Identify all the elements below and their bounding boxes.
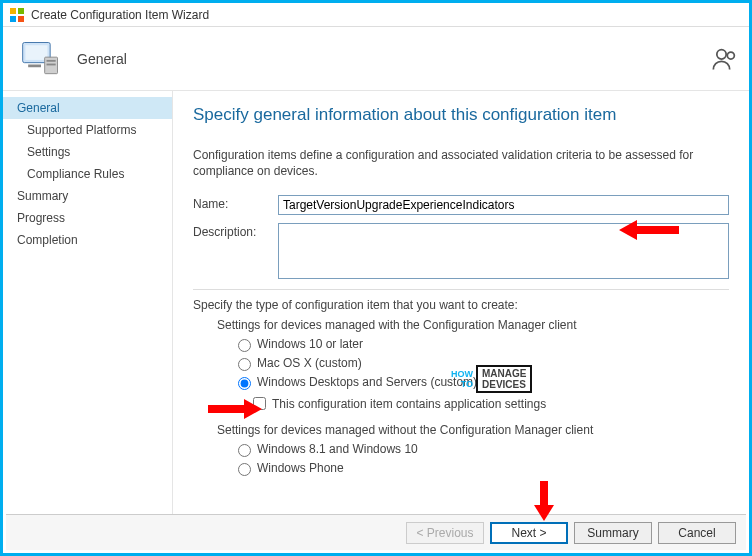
svg-rect-6 — [45, 57, 58, 74]
type-heading: Specify the type of configuration item t… — [193, 298, 729, 312]
wizard-footer: < Previous Next > Summary Cancel — [6, 514, 746, 550]
window-title: Create Configuration Item Wizard — [31, 8, 209, 22]
sidebar-item-compliance-rules[interactable]: Compliance Rules — [3, 163, 172, 185]
svg-rect-8 — [47, 63, 56, 65]
radio-windows-desktops-servers[interactable]: Windows Desktops and Servers (custom) — [193, 374, 729, 390]
radio-windows-10-input[interactable] — [238, 339, 251, 352]
sidebar-item-label: Completion — [17, 233, 78, 247]
sidebar-item-general[interactable]: General — [3, 97, 172, 119]
name-label: Name: — [193, 195, 278, 211]
type-section: Specify the type of configuration item t… — [193, 298, 729, 476]
svg-rect-0 — [10, 8, 16, 14]
sidebar-item-label: Settings — [27, 145, 70, 159]
previous-button: < Previous — [406, 522, 484, 544]
radio-windows-phone[interactable]: Windows Phone — [193, 460, 729, 476]
group-without-client-label: Settings for devices managed without the… — [193, 423, 729, 437]
sidebar-item-completion[interactable]: Completion — [3, 229, 172, 251]
sidebar-item-label: Summary — [17, 189, 68, 203]
svg-rect-5 — [25, 45, 47, 60]
radio-windows-phone-input[interactable] — [238, 463, 251, 476]
sidebar-item-settings[interactable]: Settings — [3, 141, 172, 163]
checkbox-label: This configuration item contains applica… — [272, 397, 546, 411]
users-icon — [711, 45, 739, 73]
checkbox-application-settings-input[interactable] — [253, 397, 266, 410]
svg-point-11 — [727, 52, 734, 59]
svg-rect-3 — [18, 16, 24, 22]
title-bar: Create Configuration Item Wizard — [3, 3, 749, 27]
separator — [193, 289, 729, 290]
radio-macos[interactable]: Mac OS X (custom) — [193, 355, 729, 371]
radio-windows-81-10[interactable]: Windows 8.1 and Windows 10 — [193, 441, 729, 457]
wizard-header: General — [3, 27, 749, 91]
sidebar-item-summary[interactable]: Summary — [3, 185, 172, 207]
radio-label: Windows Phone — [257, 461, 344, 475]
description-input[interactable] — [278, 223, 729, 279]
main-panel: Specify general information about this c… — [173, 91, 749, 517]
description-label: Description: — [193, 223, 278, 239]
group-with-client-label: Settings for devices managed with the Co… — [193, 318, 729, 332]
sidebar-item-label: Compliance Rules — [27, 167, 124, 181]
svg-rect-2 — [10, 16, 16, 22]
computer-icon — [19, 37, 63, 81]
radio-windows-desktops-servers-input[interactable] — [238, 377, 251, 390]
next-button[interactable]: Next > — [490, 522, 568, 544]
name-input[interactable] — [278, 195, 729, 215]
checkbox-application-settings[interactable]: This configuration item contains applica… — [193, 394, 729, 413]
svg-rect-1 — [18, 8, 24, 14]
description-row: Description: — [193, 223, 729, 279]
radio-label: Mac OS X (custom) — [257, 356, 362, 370]
summary-button[interactable]: Summary — [574, 522, 652, 544]
svg-rect-7 — [47, 59, 56, 61]
content-area: General Supported Platforms Settings Com… — [3, 91, 749, 517]
cancel-button[interactable]: Cancel — [658, 522, 736, 544]
name-row: Name: — [193, 195, 729, 215]
radio-windows-10[interactable]: Windows 10 or later — [193, 336, 729, 352]
radio-label: Windows 10 or later — [257, 337, 363, 351]
intro-text: Configuration items define a configurati… — [193, 147, 729, 179]
radio-windows-81-10-input[interactable] — [238, 444, 251, 457]
sidebar-item-label: General — [17, 101, 60, 115]
sidebar-item-supported-platforms[interactable]: Supported Platforms — [3, 119, 172, 141]
sidebar-item-progress[interactable]: Progress — [3, 207, 172, 229]
radio-macos-input[interactable] — [238, 358, 251, 371]
sidebar-item-label: Progress — [17, 211, 65, 225]
svg-point-10 — [717, 50, 726, 59]
radio-label: Windows 8.1 and Windows 10 — [257, 442, 418, 456]
wizard-steps-sidebar: General Supported Platforms Settings Com… — [3, 91, 173, 517]
sidebar-item-label: Supported Platforms — [27, 123, 136, 137]
main-heading: Specify general information about this c… — [193, 105, 729, 125]
svg-rect-9 — [28, 64, 41, 67]
app-icon — [9, 7, 25, 23]
page-title: General — [77, 51, 127, 67]
radio-label: Windows Desktops and Servers (custom) — [257, 375, 477, 389]
